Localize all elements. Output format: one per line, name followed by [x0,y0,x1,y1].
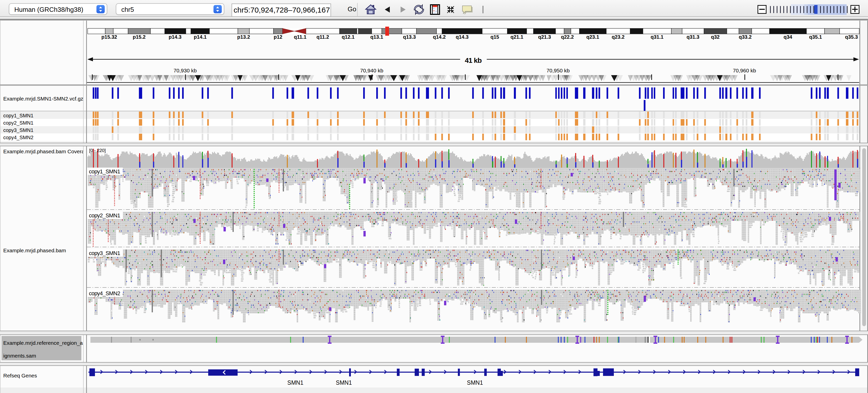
svg-text:SMN1: SMN1 [287,380,303,386]
svg-text:SMN1: SMN1 [467,380,483,386]
svg-text:SMN1: SMN1 [336,380,352,386]
